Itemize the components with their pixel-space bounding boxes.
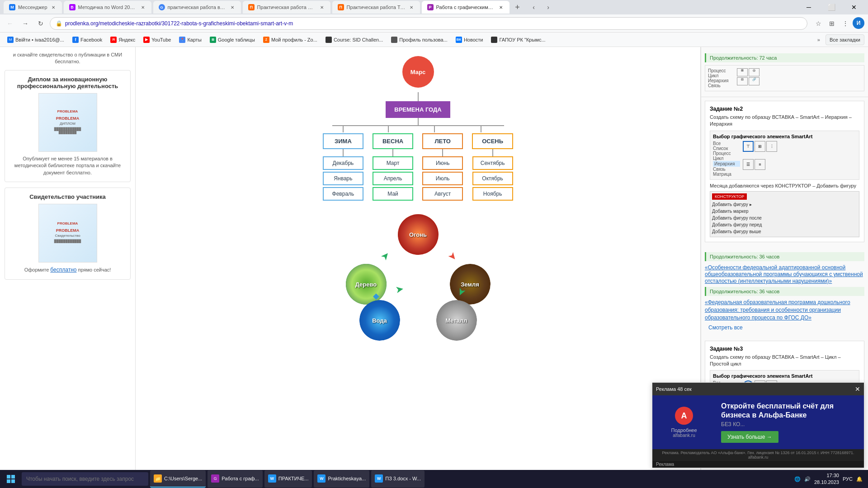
tab-pr8[interactable]: П Практическая работа №8 ✕ xyxy=(243,1,330,14)
bookmark-maps[interactable]: 📍 Карты xyxy=(175,34,205,45)
taskbar-item-docx[interactable]: W ПЗ 3.docx - W... xyxy=(371,470,425,488)
leto-month-connector xyxy=(442,149,443,156)
derevo-node: Дерево xyxy=(346,264,387,305)
address-bar[interactable]: 🔒 prodlenka.org/metodicheskie-razrabotki… xyxy=(50,17,807,30)
season-zima-box: ЗИМА xyxy=(323,133,363,149)
tab-word[interactable]: В Методичка по Word 2016... ✕ xyxy=(64,1,151,14)
ad-close-button[interactable]: ✕ xyxy=(855,385,860,393)
bookmark-vvoyti[interactable]: M Ввійти • ivaa2016@... xyxy=(4,34,68,45)
taskbar-item-praktiche[interactable]: W ПРАКТИЧЕ... xyxy=(264,470,312,488)
ad-learn-more-button[interactable]: Узнать больше → xyxy=(721,431,778,443)
forward-button[interactable]: → xyxy=(19,17,32,30)
season-leto-box: ЛЕТО xyxy=(422,133,463,149)
bookmark-label-yandex: Яндекс xyxy=(118,37,135,42)
svg-rect-0 xyxy=(7,475,10,479)
leto-months: Июнь Июль Август xyxy=(422,156,463,201)
tab-praktika[interactable]: G практическая работа в в... ✕ xyxy=(153,1,241,14)
tab-close-btn-3[interactable]: ✕ xyxy=(229,4,236,10)
tab-favicon: П xyxy=(338,4,344,10)
task2-image: Выбор графического элемента SmartArt Все… xyxy=(710,131,859,180)
more-bookmarks-btn[interactable]: » xyxy=(815,34,823,45)
voda-derevo-arrow: ◆ xyxy=(373,291,379,301)
taskbar-search-input[interactable] xyxy=(22,472,148,486)
restore-button[interactable]: ⬜ xyxy=(821,0,842,14)
facebook-bookmark-icon: f xyxy=(72,37,79,43)
star-button[interactable]: ☆ xyxy=(812,17,825,30)
close-button[interactable]: ✕ xyxy=(844,0,864,14)
word-taskbar-icon-2: W xyxy=(317,474,326,483)
tab-close-btn[interactable]: ✕ xyxy=(50,4,57,10)
diploma-title: Диплом за инновационную профессиональную… xyxy=(10,76,125,89)
svg-rect-2 xyxy=(7,479,10,483)
menu-button[interactable]: ⋮ xyxy=(839,17,852,30)
derevo-circle: Дерево xyxy=(346,264,387,305)
all-bookmarks-btn[interactable]: Все закладки xyxy=(826,34,864,45)
tabs-scroll-right-btn[interactable]: › xyxy=(542,1,555,14)
smartart-icon-1: ⊞ xyxy=(737,68,748,76)
ad-body: А Подробнее alfabank.ru Откройте бесплат… xyxy=(652,395,864,449)
taskbar-item-prak2[interactable]: W Prakticheskaya... xyxy=(314,470,369,488)
tab-grafika[interactable]: Р Работа с графическими о... ✕ xyxy=(422,1,509,14)
tab-close-btn-6[interactable]: ✕ xyxy=(498,4,504,10)
nav-right-icons: ☆ ⊞ ⋮ И xyxy=(812,17,864,30)
taskbar-item-grafika[interactable]: G Работа с граф... xyxy=(208,470,262,488)
network-icon: 🌐 xyxy=(794,476,801,482)
ad-bank-logo: А xyxy=(675,407,693,425)
vesna-v-top xyxy=(388,125,389,132)
taskbar-item-explorer[interactable]: 📁 C:\Users\Serge... xyxy=(150,470,206,488)
user-avatar[interactable]: И xyxy=(853,17,864,29)
start-button[interactable] xyxy=(2,470,20,488)
back-button[interactable]: ← xyxy=(4,17,16,30)
vremena-goda-node: ВРЕМЕНА ГОДА xyxy=(386,101,450,118)
extensions-button[interactable]: ⊞ xyxy=(826,17,838,30)
gapou-bookmark-icon xyxy=(491,37,497,43)
month-july: Июль xyxy=(422,172,463,185)
season-osen-box: ОСЕНЬ xyxy=(472,133,513,149)
metall-circle: Металл xyxy=(436,300,477,341)
svidet-card: Свидетельство участника PROBLEMA Свидете… xyxy=(5,188,131,280)
articles-section: Продолжительность: 36 часов «Особенности… xyxy=(701,246,868,337)
bookmark-news[interactable]: ВК Новости xyxy=(452,34,487,45)
minimize-button[interactable]: ─ xyxy=(798,0,819,14)
bookmark-label-course: Course: SID Challen... xyxy=(334,37,383,42)
bookmark-yandex[interactable]: Я Яндекс xyxy=(107,34,139,45)
tab-messenger[interactable]: M Мессенджер ✕ xyxy=(4,1,62,14)
yandex-bookmark-icon: Я xyxy=(110,37,117,43)
task2-preview-title: Выбор графического элемента SmartArt xyxy=(713,134,856,139)
bookmark-gapou[interactable]: ГАПОУ РК "Крымс... xyxy=(487,34,549,45)
tabs-scroll-left-btn[interactable]: ‹ xyxy=(528,1,540,14)
bookmark-course[interactable]: Course: SID Challen... xyxy=(322,34,387,45)
tab-label-4: Практическая работа №8 xyxy=(257,5,316,10)
diploma-card: Диплом за инновационную профессиональную… xyxy=(5,70,131,182)
tab-tab[interactable]: П Практическая работа Таб... ✕ xyxy=(332,1,420,14)
bookmark-sheets[interactable]: ⊞ Google таблицы xyxy=(206,34,259,45)
bookmark-user-profile[interactable]: Профиль пользова... xyxy=(387,34,451,45)
reload-button[interactable]: ↻ xyxy=(34,17,47,30)
smotret-vse-link[interactable]: Смотреть все xyxy=(705,322,864,333)
vesna-month-connector xyxy=(392,149,393,156)
article-link-1[interactable]: «Особенности федеральной адаптированной … xyxy=(705,264,863,284)
left-sidebar: и скачайте свидетельство о публикации в … xyxy=(0,47,136,470)
tab-label-3: практическая работа в в... xyxy=(168,5,226,10)
bookmark-label-profile: Мой профиль - Zo... xyxy=(271,37,317,42)
bookmark-profile[interactable]: Z Мой профиль - Zo... xyxy=(259,34,321,45)
svidet-title: Свидетельство участника xyxy=(10,193,125,200)
tab-close-btn-4[interactable]: ✕ xyxy=(319,4,325,10)
bookmark-facebook[interactable]: f Facebook xyxy=(69,34,106,45)
bookmark-label-user-profile: Профиль пользова... xyxy=(399,37,448,42)
new-tab-button[interactable]: + xyxy=(511,1,524,14)
tab-label-6: Работа с графическими о... xyxy=(436,5,495,10)
tab-close-btn-2[interactable]: ✕ xyxy=(140,4,146,10)
tab-close-btn-5[interactable]: ✕ xyxy=(408,4,415,10)
task2-icon-3: ⋮ xyxy=(766,141,777,152)
bookmark-label-sheets: Google таблицы xyxy=(218,37,255,42)
svidet-link[interactable]: бесплатно xyxy=(50,267,76,273)
profile-bookmark-icon: Z xyxy=(263,37,269,43)
task2-icons-grid: ⊤ ⊞ ⋮ ☰ ≡ xyxy=(743,141,777,177)
bookmark-youtube[interactable]: ▶ YouTube xyxy=(140,34,175,45)
ad-subtext: БЕЗ КО... xyxy=(721,421,745,427)
smartart-icon-4: 🔗 xyxy=(749,77,760,85)
ogon-label: Огонь xyxy=(409,231,427,238)
article-link-2[interactable]: «Федеральная образовательная программа д… xyxy=(705,299,864,321)
grafika-favicon: Р xyxy=(427,4,434,10)
